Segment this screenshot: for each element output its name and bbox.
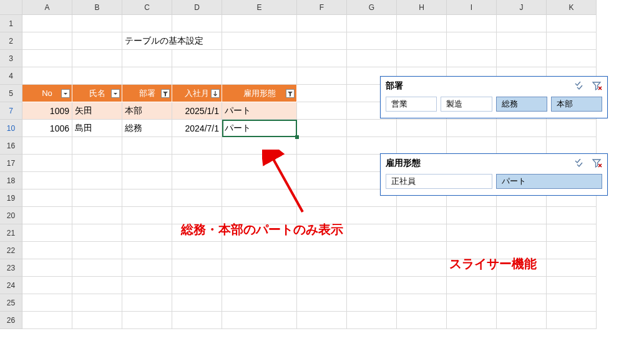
slicer-emp-item-0[interactable]: 正社員 — [386, 174, 492, 189]
multiselect-icon[interactable] — [575, 82, 586, 90]
row-head-17[interactable]: 17 — [0, 155, 22, 172]
table-header-1[interactable]: 氏名 — [72, 85, 122, 102]
slicer-emp-body: 正社員パート — [381, 171, 607, 195]
row-head-24[interactable]: 24 — [0, 277, 22, 294]
slicer-emp-title: 雇用形態 — [386, 158, 575, 169]
col-head-H[interactable]: H — [397, 0, 447, 15]
slicer-emp-header[interactable]: 雇用形態 — [381, 154, 607, 171]
col-head-G[interactable]: G — [347, 0, 397, 15]
grid-row-10: 1006島田総務2024/7/1パート — [22, 120, 597, 137]
col-head-J[interactable]: J — [497, 0, 547, 15]
cell-emp[interactable]: パート — [222, 120, 297, 137]
table-header-0[interactable]: No — [22, 85, 72, 102]
grid-row-24 — [22, 277, 597, 294]
row-head-18[interactable]: 18 — [0, 172, 22, 189]
table-header-label: 氏名 — [89, 88, 105, 99]
filter-button[interactable] — [285, 89, 295, 98]
cell-hired[interactable]: 2025/1/1 — [172, 102, 222, 120]
fill-handle[interactable] — [295, 135, 299, 139]
col-head-B[interactable]: B — [72, 0, 122, 15]
select-all-corner[interactable] — [0, 0, 22, 15]
row-head-3[interactable]: 3 — [0, 50, 22, 67]
slicer-dept-item-0[interactable]: 営業 — [386, 97, 437, 112]
clear-filter-icon[interactable] — [592, 159, 602, 168]
cell-emp[interactable]: パート — [222, 102, 297, 120]
multiselect-icon[interactable] — [575, 159, 586, 168]
row-head-20[interactable]: 20 — [0, 207, 22, 224]
cell-no[interactable]: 1009 — [22, 102, 72, 120]
col-head-A[interactable]: A — [22, 0, 72, 15]
table-header-2[interactable]: 部署 — [122, 85, 172, 102]
row-head-21[interactable]: 21 — [0, 224, 22, 242]
grid-row-1 — [22, 15, 597, 32]
row-head-25[interactable]: 25 — [0, 294, 22, 312]
slicer-emp-item-1[interactable]: パート — [496, 174, 603, 189]
col-head-I[interactable]: I — [447, 0, 497, 15]
row-head-26[interactable]: 26 — [0, 312, 22, 329]
row-head-4[interactable]: 4 — [0, 67, 22, 85]
grid-row-23 — [22, 259, 597, 277]
row-head-23[interactable]: 23 — [0, 259, 22, 277]
grid-row-26 — [22, 312, 597, 329]
slicer-dept-item-1[interactable]: 製造 — [441, 97, 492, 112]
col-head-E[interactable]: E — [222, 0, 297, 15]
table-header-label: 入社月 — [185, 88, 209, 99]
grid-row-25 — [22, 294, 597, 312]
col-head-D[interactable]: D — [172, 0, 222, 15]
row-head-2[interactable]: 2 — [0, 32, 22, 50]
table-header-3[interactable]: 入社月 — [172, 85, 222, 102]
filter-button[interactable] — [110, 89, 120, 98]
slicer-dept-header[interactable]: 部署 — [381, 77, 607, 94]
cell-name[interactable]: 矢田 — [72, 102, 122, 120]
filter-button[interactable] — [61, 89, 71, 98]
table-header-label: No — [42, 89, 52, 98]
grid-row-2: テーブルの基本設定 — [22, 32, 597, 50]
filter-button[interactable] — [210, 89, 220, 98]
row-head-1[interactable]: 1 — [0, 15, 22, 32]
row-head-7[interactable]: 7 — [0, 102, 22, 120]
grid-row-16 — [22, 137, 597, 155]
slicer-dept[interactable]: 部署 営業製造総務本部 — [380, 76, 608, 118]
cell-dept[interactable]: 本部 — [122, 102, 172, 120]
grid-row-3 — [22, 50, 597, 67]
slicer-dept-item-3[interactable]: 本部 — [551, 97, 602, 112]
grid-row-21 — [22, 224, 597, 242]
clear-filter-icon[interactable] — [592, 82, 602, 90]
row-head-22[interactable]: 22 — [0, 242, 22, 259]
row-head-10[interactable]: 10 — [0, 120, 22, 137]
column-header-bar: ABCDEFGHIJK — [0, 0, 597, 15]
slicer-emp[interactable]: 雇用形態 正社員パート — [380, 153, 608, 196]
grid-row-20 — [22, 207, 597, 224]
row-head-16[interactable]: 16 — [0, 137, 22, 155]
table-header-label: 部署 — [139, 88, 155, 99]
cell-no[interactable]: 1006 — [22, 120, 72, 137]
col-head-C[interactable]: C — [122, 0, 172, 15]
filter-button[interactable] — [160, 89, 170, 98]
row-head-19[interactable]: 19 — [0, 189, 22, 207]
slicer-dept-body: 営業製造総務本部 — [381, 94, 607, 118]
col-head-K[interactable]: K — [547, 0, 597, 15]
cell-hired[interactable]: 2024/7/1 — [172, 120, 222, 137]
title-cell[interactable]: テーブルの基本設定 — [122, 32, 222, 50]
table-header-4[interactable]: 雇用形態 — [222, 85, 297, 102]
slicer-dept-item-2[interactable]: 総務 — [496, 97, 547, 112]
col-head-F[interactable]: F — [297, 0, 347, 15]
cell-name[interactable]: 島田 — [72, 120, 122, 137]
cell-dept[interactable]: 総務 — [122, 120, 172, 137]
row-head-5[interactable]: 5 — [0, 85, 22, 102]
table-header-label: 雇用形態 — [243, 88, 276, 99]
grid-row-22 — [22, 242, 597, 259]
slicer-dept-title: 部署 — [386, 80, 575, 92]
row-header-bar: 123457101617181920212223242526 — [0, 15, 22, 329]
